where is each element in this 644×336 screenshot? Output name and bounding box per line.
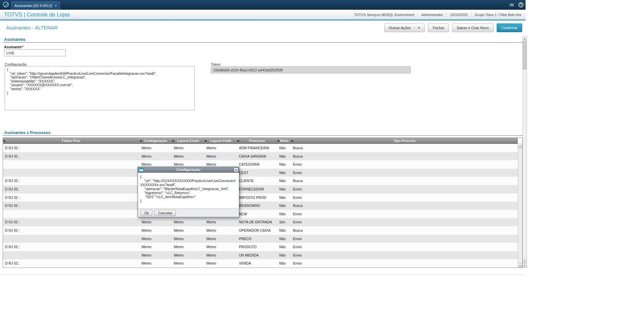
- table-cell[interactable]: INVENTARIO: [237, 202, 277, 210]
- table-cell[interactable]: PRODUTO: [237, 243, 277, 251]
- table-cell[interactable]: Não: [277, 169, 291, 177]
- table-cell[interactable]: Memo: [140, 251, 172, 260]
- table-row[interactable]: MemoMemoMemoPRECONãoEnvio: [3, 235, 518, 243]
- table-cell[interactable]: Não: [277, 202, 291, 210]
- scroll-down-icon[interactable]: ▼: [523, 259, 527, 263]
- table-cell[interactable]: Memo: [204, 259, 237, 268]
- table-cell[interactable]: Memo: [172, 152, 204, 161]
- column-header-ativo[interactable]: ▶Ativo: [277, 138, 291, 144]
- table-cell[interactable]: Memo: [172, 259, 204, 268]
- table-cell[interactable]: CAIXA SANGRIA: [237, 152, 277, 161]
- table-cell[interactable]: Memo: [204, 251, 237, 260]
- table-row[interactable]: D RJ 02 ;MemoMemoMemoCLIENTENãoBusca: [3, 177, 518, 185]
- table-cell[interactable]: FORNECEDOR: [237, 185, 277, 193]
- table-cell[interactable]: Memo: [140, 226, 172, 235]
- table-cell[interactable]: Não: [277, 152, 291, 161]
- table-cell[interactable]: D RJ 02 ;: [3, 177, 140, 185]
- table-cell[interactable]: D RJ 02 ;: [3, 218, 140, 226]
- table-row[interactable]: D RJ 02 ;MemoMemoMemoCAIXA SANGRIANãoBus…: [3, 152, 518, 161]
- tab-assinantes[interactable]: Assinantes [02.9.0012] ×: [11, 1, 60, 10]
- scroll-up-icon[interactable]: ▲: [523, 36, 527, 41]
- table-cell[interactable]: D RJ 02 ;: [3, 193, 140, 202]
- table-cell[interactable]: Memo: [204, 235, 237, 243]
- table-cell[interactable]: Memo: [172, 218, 204, 226]
- scrollbar-thumb[interactable]: [523, 41, 527, 69]
- table-cell[interactable]: Memo: [140, 259, 172, 268]
- table-cell[interactable]: D RJ 02;: [3, 185, 140, 193]
- table-cell[interactable]: D RJ 02 ;: [3, 202, 140, 210]
- table-cell[interactable]: D RJ 02 ;: [3, 259, 140, 268]
- table-cell[interactable]: Memo: [204, 243, 237, 251]
- table-cell[interactable]: NCM: [237, 210, 277, 218]
- column-header-layout-envio[interactable]: ▶Layout Envio: [172, 138, 204, 144]
- table-cell[interactable]: [3, 160, 140, 169]
- mail-icon[interactable]: ✉: [509, 2, 514, 7]
- table-cell[interactable]: Envio: [291, 169, 518, 177]
- table-cell[interactable]: D RJ 02 ;: [3, 144, 140, 152]
- table-cell[interactable]: Busca: [291, 226, 518, 235]
- scroll-down-icon[interactable]: ▼: [523, 263, 527, 268]
- page-scrollbar[interactable]: ▲ ▼ ▼: [523, 36, 527, 268]
- tab-close-icon[interactable]: ×: [55, 4, 57, 8]
- table-cell[interactable]: Memo: [204, 152, 237, 161]
- column-header-layout-publi[interactable]: ▶Layout Publi: [204, 138, 237, 144]
- cancelar-button[interactable]: Cancelar: [154, 210, 176, 216]
- table-cell[interactable]: Memo: [204, 144, 237, 152]
- table-cell[interactable]: Não: [277, 210, 291, 218]
- table-cell[interactable]: Memo: [140, 243, 172, 251]
- table-cell[interactable]: Envio: [291, 193, 518, 202]
- table-cell[interactable]: CEST: [237, 169, 277, 177]
- salvar-criar-novo-button[interactable]: Salvar e Criar Novo: [452, 23, 494, 32]
- table-row[interactable]: MemoMemoMemoCESTNãoEnvio: [3, 169, 518, 177]
- table-cell[interactable]: Memo: [204, 218, 237, 226]
- table-cell[interactable]: Envio: [291, 251, 518, 260]
- chevron-down-icon[interactable]: ▼: [414, 26, 420, 30]
- table-cell[interactable]: CLIENTE: [237, 177, 277, 185]
- table-cell[interactable]: Envio: [291, 160, 518, 169]
- table-row[interactable]: D RJ 02 ;MemoMemoMemoNOTA DE ENTRADASimE…: [3, 218, 518, 226]
- outras-acoes-button[interactable]: Outras Ações ▼: [384, 23, 425, 32]
- configuracao-textarea[interactable]: { "url_token": "http://sposrvlqadev004/P…: [5, 66, 195, 110]
- table-cell[interactable]: ADM FINANCEIRA: [237, 144, 277, 152]
- dialog-titlebar[interactable]: Configuração ×: [138, 167, 239, 173]
- table-cell[interactable]: Não: [277, 177, 291, 185]
- table-cell[interactable]: Memo: [204, 226, 237, 235]
- table-cell[interactable]: [3, 251, 140, 260]
- table-cell[interactable]: [3, 169, 140, 177]
- table-cell[interactable]: Não: [277, 144, 291, 152]
- grid-scrollbar[interactable]: ▲ ▼: [518, 144, 522, 268]
- table-cell[interactable]: Busca: [291, 202, 518, 210]
- assinante-input[interactable]: [4, 49, 66, 56]
- table-cell[interactable]: Busca: [291, 152, 518, 161]
- table-row[interactable]: MemoMemoMemoCATEGORIANãoEnvio: [3, 160, 518, 169]
- table-cell[interactable]: [3, 235, 140, 243]
- table-row[interactable]: D RJ 02;MemoMemoMemoFORNECEDORNãoEnvio: [3, 185, 518, 193]
- table-cell[interactable]: Não: [277, 185, 291, 193]
- table-cell[interactable]: UN MEDIDA: [237, 251, 277, 260]
- column-header-configuracao[interactable]: ▶Configuração: [140, 138, 172, 144]
- help-icon[interactable]: ?: [518, 2, 524, 7]
- table-cell[interactable]: Busca: [291, 177, 518, 185]
- dialog-json-content[interactable]: { "url": "http://XXXXXXXXXXXX/PracticoLi…: [140, 175, 237, 203]
- table-row[interactable]: D RJ 02 ;MemoMemoMemoADM FINANCEIRANãoBu…: [3, 144, 518, 152]
- table-cell[interactable]: Não: [277, 251, 291, 260]
- table-row[interactable]: MemoMemoMemoNCMNãoEnvio: [3, 210, 518, 218]
- table-row[interactable]: MemoMemoMemoUN MEDIDANãoEnvio: [3, 251, 518, 260]
- table-cell[interactable]: Não: [277, 226, 291, 235]
- table-cell[interactable]: Não: [277, 193, 291, 202]
- close-icon[interactable]: ×: [234, 168, 238, 172]
- table-cell[interactable]: Envio: [291, 218, 518, 226]
- table-cell[interactable]: Memo: [172, 251, 204, 260]
- table-cell[interactable]: Busca: [291, 144, 518, 152]
- table-cell[interactable]: Não: [277, 259, 291, 268]
- table-cell[interactable]: Envio: [291, 259, 518, 268]
- table-cell[interactable]: Não: [277, 160, 291, 169]
- table-cell[interactable]: Memo: [140, 235, 172, 243]
- table-cell[interactable]: Não: [277, 243, 291, 251]
- fechar-button[interactable]: Fechar: [428, 23, 449, 32]
- table-cell[interactable]: NOTA DE ENTRADA: [237, 218, 277, 226]
- table-cell[interactable]: Memo: [140, 144, 172, 152]
- table-cell[interactable]: VENDA: [237, 259, 277, 268]
- table-row[interactable]: D RJ 02 ;MemoMemoMemoVENDANãoEnvio: [3, 259, 518, 268]
- table-cell[interactable]: Envio: [291, 243, 518, 251]
